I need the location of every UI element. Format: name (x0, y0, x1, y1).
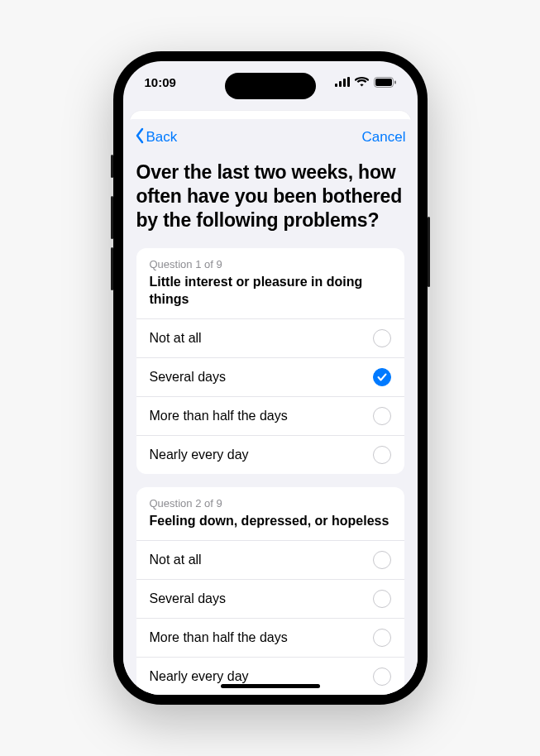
power-button (428, 217, 430, 287)
cellular-icon (335, 77, 350, 87)
answer-option[interactable]: Nearly every day (136, 435, 404, 474)
answer-label: Nearly every day (150, 447, 249, 462)
answer-label: Nearly every day (150, 669, 249, 684)
volume-down-button (111, 247, 113, 290)
nav-bar: Back Cancel (123, 119, 418, 156)
answer-option[interactable]: Not at all (136, 318, 404, 357)
cancel-button[interactable]: Cancel (362, 129, 406, 146)
question-counter: Question 1 of 9 (150, 258, 391, 270)
radio-unchecked-icon[interactable] (373, 629, 391, 647)
radio-checked-icon[interactable] (373, 368, 391, 386)
answer-option[interactable]: Not at all (136, 540, 404, 579)
radio-unchecked-icon[interactable] (373, 590, 391, 608)
svg-rect-5 (375, 79, 392, 86)
home-indicator[interactable] (221, 684, 320, 688)
question-text: Little interest or pleasure in doing thi… (150, 274, 391, 309)
content-scroll[interactable]: Over the last two weeks, how often have … (123, 156, 418, 695)
answer-option[interactable]: Several days (136, 579, 404, 618)
answer-label: More than half the days (150, 409, 288, 423)
svg-rect-6 (394, 80, 396, 84)
screen: 10:09 (123, 61, 418, 695)
status-time: 10:09 (145, 75, 176, 89)
svg-rect-2 (343, 79, 346, 87)
question-card: Question 1 of 9Little interest or pleasu… (136, 248, 404, 474)
answer-label: Several days (150, 591, 227, 606)
wifi-icon (355, 77, 369, 87)
mute-switch (111, 155, 113, 178)
radio-unchecked-icon[interactable] (373, 407, 391, 425)
modal-sheet: Back Cancel Over the last two weeks, how… (123, 119, 418, 695)
answer-label: More than half the days (150, 630, 288, 645)
question-card: Question 2 of 9Feeling down, depressed, … (136, 487, 404, 695)
radio-unchecked-icon[interactable] (373, 329, 391, 347)
back-label: Back (146, 129, 178, 146)
answer-option[interactable]: Nearly every day (136, 657, 404, 695)
answer-label: Not at all (150, 331, 202, 346)
answer-label: Not at all (150, 553, 202, 567)
answer-option[interactable]: Several days (136, 357, 404, 396)
radio-unchecked-icon[interactable] (373, 667, 391, 686)
radio-unchecked-icon[interactable] (373, 551, 391, 569)
answer-label: Several days (150, 370, 227, 385)
question-text: Feeling down, depressed, or hopeless (150, 513, 391, 530)
radio-unchecked-icon[interactable] (373, 446, 391, 464)
back-button[interactable]: Back (135, 127, 178, 148)
battery-icon (374, 77, 396, 88)
svg-rect-0 (335, 84, 337, 87)
svg-rect-1 (339, 81, 342, 87)
chevron-left-icon (135, 127, 145, 148)
svg-rect-3 (347, 77, 350, 87)
dynamic-island (225, 73, 316, 99)
answer-option[interactable]: More than half the days (136, 618, 404, 657)
phone-frame: 10:09 (113, 51, 428, 705)
question-counter: Question 2 of 9 (150, 497, 391, 510)
volume-up-button (111, 196, 113, 239)
answer-option[interactable]: More than half the days (136, 396, 404, 435)
survey-prompt: Over the last two weeks, how often have … (136, 160, 404, 232)
